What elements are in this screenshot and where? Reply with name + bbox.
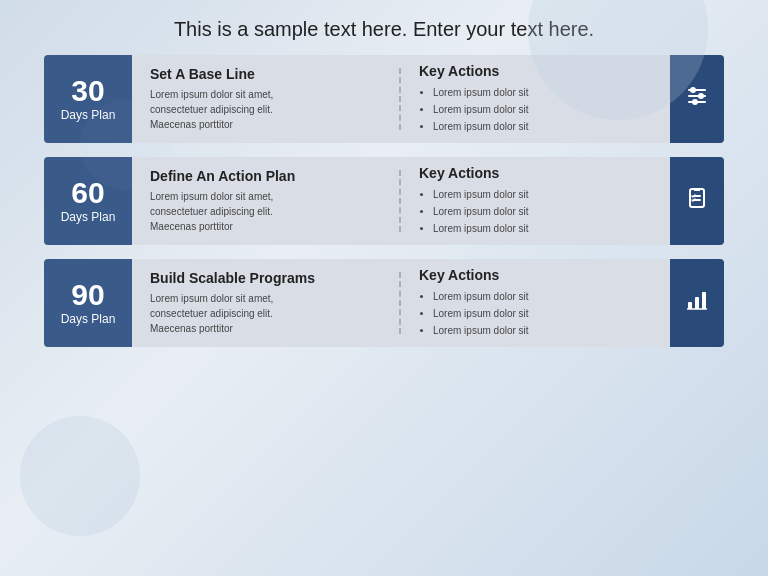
key-actions-list-60: Lorem ipsum dolor sitLorem ipsum dolor s… [419,186,652,237]
section-right-60: Key Actions Lorem ipsum dolor sitLorem i… [401,157,670,245]
day-number-30: 30 [71,76,104,106]
icon-badge-90 [670,259,724,347]
list-item: Lorem ipsum dolor sit [433,220,652,237]
list-item: Lorem ipsum dolor sit [433,305,652,322]
right-title-30: Key Actions [419,63,652,79]
left-body-60: Lorem ipsum dolor sit amet,consectetuer … [150,189,383,234]
plan-row-30: 30 Days Plan Set A Base Line Lorem ipsum… [44,55,724,143]
left-body-30: Lorem ipsum dolor sit amet,consectetuer … [150,87,383,132]
day-badge-90: 90 Days Plan [44,259,132,347]
svg-rect-9 [688,302,692,309]
left-body-90: Lorem ipsum dolor sit amet,consectetuer … [150,291,383,336]
section-right-90: Key Actions Lorem ipsum dolor sitLorem i… [401,259,670,347]
icon-badge-60 [670,157,724,245]
icon-badge-30 [670,55,724,143]
day-badge-30: 30 Days Plan [44,55,132,143]
svg-point-4 [699,94,703,98]
section-right-30: Key Actions Lorem ipsum dolor sitLorem i… [401,55,670,143]
svg-point-3 [691,88,695,92]
page-title: This is a sample text here. Enter your t… [0,0,768,55]
day-label-60: Days Plan [61,210,116,224]
plan-row-60: 60 Days Plan Define An Action Plan Lorem… [44,157,724,245]
section-left-90: Build Scalable Programs Lorem ipsum dolo… [132,260,401,346]
svg-rect-11 [702,292,706,309]
list-item: Lorem ipsum dolor sit [433,84,652,101]
left-title-90: Build Scalable Programs [150,270,383,286]
list-item: Lorem ipsum dolor sit [433,186,652,203]
list-item: Lorem ipsum dolor sit [433,203,652,220]
icon-60 [685,186,709,216]
day-number-90: 90 [71,280,104,310]
list-item: Lorem ipsum dolor sit [433,101,652,118]
list-item: Lorem ipsum dolor sit [433,118,652,135]
plan-row-90: 90 Days Plan Build Scalable Programs Lor… [44,259,724,347]
section-left-30: Set A Base Line Lorem ipsum dolor sit am… [132,56,401,142]
svg-rect-10 [695,297,699,309]
key-actions-list-90: Lorem ipsum dolor sitLorem ipsum dolor s… [419,288,652,339]
right-title-90: Key Actions [419,267,652,283]
left-title-30: Set A Base Line [150,66,383,82]
day-label-30: Days Plan [61,108,116,122]
day-badge-60: 60 Days Plan [44,157,132,245]
key-actions-list-30: Lorem ipsum dolor sitLorem ipsum dolor s… [419,84,652,135]
icon-30 [685,84,709,114]
day-number-60: 60 [71,178,104,208]
icon-90 [685,288,709,318]
svg-point-5 [693,100,697,104]
right-title-60: Key Actions [419,165,652,181]
list-item: Lorem ipsum dolor sit [433,322,652,339]
left-title-60: Define An Action Plan [150,168,383,184]
svg-rect-6 [690,189,704,207]
day-label-90: Days Plan [61,312,116,326]
section-left-60: Define An Action Plan Lorem ipsum dolor … [132,158,401,244]
list-item: Lorem ipsum dolor sit [433,288,652,305]
plan-rows-container: 30 Days Plan Set A Base Line Lorem ipsum… [0,55,768,347]
